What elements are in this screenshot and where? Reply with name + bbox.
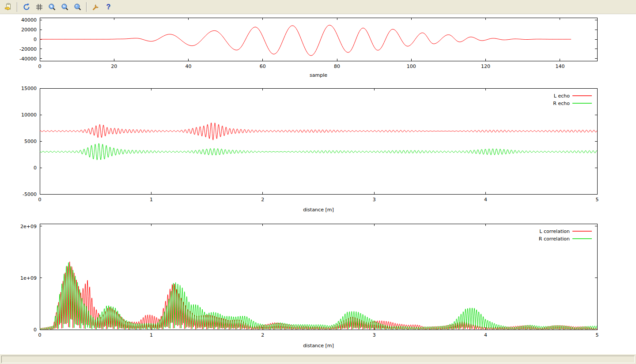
replot-button[interactable] — [20, 1, 32, 13]
gnuplot-window: ? 020406080100120140-40000-2000002000040… — [0, 0, 636, 364]
echo-chart[interactable]: 012345-5000050001000015000distance [m]L … — [0, 80, 636, 217]
svg-text:1e+09: 1e+09 — [20, 275, 37, 281]
svg-text:sample: sample — [310, 72, 327, 78]
svg-text:3: 3 — [373, 197, 376, 203]
svg-text:140: 140 — [555, 64, 564, 69]
svg-text:100: 100 — [407, 64, 416, 69]
unzoom-all-icon — [73, 3, 82, 11]
replot-icon — [22, 3, 31, 11]
svg-text:10000: 10000 — [21, 112, 37, 118]
svg-text:3: 3 — [373, 332, 376, 338]
zoom-button[interactable] — [46, 1, 58, 13]
zoom-previous-button[interactable] — [59, 1, 71, 13]
svg-text:1: 1 — [150, 332, 153, 338]
toolbar-separator — [17, 2, 18, 12]
waveform-chart[interactable]: 020406080100120140-40000-200000200004000… — [0, 14, 636, 80]
svg-text:-40000: -40000 — [19, 56, 37, 62]
status-field — [1, 356, 635, 363]
copy-to-clipboard-icon — [4, 3, 13, 11]
svg-text:4: 4 — [484, 197, 487, 203]
correlation-chart[interactable]: 01234501e+092e+09distance [m]L correlati… — [0, 217, 636, 354]
svg-text:R correlation: R correlation — [539, 236, 570, 242]
grid-icon — [35, 3, 44, 11]
settings-icon — [91, 3, 100, 11]
svg-text:40: 40 — [186, 64, 192, 69]
copy-to-clipboard-button[interactable] — [2, 1, 14, 13]
svg-text:0: 0 — [34, 165, 37, 171]
svg-text:80: 80 — [334, 64, 340, 69]
status-bar — [0, 354, 636, 364]
svg-text:distance [m]: distance [m] — [303, 343, 333, 349]
svg-text:distance [m]: distance [m] — [303, 207, 333, 213]
svg-text:40000: 40000 — [21, 17, 37, 23]
svg-text:L echo: L echo — [554, 93, 570, 99]
svg-text:R echo: R echo — [553, 101, 570, 106]
settings-button[interactable] — [90, 1, 102, 13]
svg-text:120: 120 — [481, 64, 490, 69]
toolbar: ? — [0, 0, 636, 14]
svg-text:0: 0 — [38, 332, 42, 338]
svg-text:1: 1 — [150, 197, 153, 203]
svg-text:5: 5 — [596, 197, 599, 203]
svg-text:4: 4 — [484, 332, 487, 338]
svg-text:60: 60 — [260, 64, 266, 69]
help-icon: ? — [106, 4, 111, 11]
svg-text:5: 5 — [596, 332, 599, 338]
toolbar-separator — [86, 2, 87, 12]
svg-text:2: 2 — [261, 332, 264, 338]
unzoom-all-button[interactable] — [72, 1, 83, 13]
svg-text:0: 0 — [34, 37, 37, 42]
svg-text:0: 0 — [38, 64, 42, 69]
svg-text:0: 0 — [34, 327, 37, 333]
help-button[interactable]: ? — [102, 1, 114, 13]
svg-text:L correlation: L correlation — [539, 229, 570, 234]
zoom-icon — [48, 3, 57, 11]
svg-text:-20000: -20000 — [19, 46, 37, 52]
svg-text:2: 2 — [261, 197, 264, 203]
grid-button[interactable] — [33, 1, 45, 13]
svg-text:0: 0 — [38, 197, 42, 203]
plot-area: 020406080100120140-40000-200000200004000… — [0, 14, 636, 354]
svg-text:15000: 15000 — [21, 86, 37, 91]
svg-text:5000: 5000 — [24, 139, 37, 144]
svg-text:20: 20 — [111, 64, 117, 69]
svg-text:-5000: -5000 — [23, 191, 37, 197]
svg-text:20000: 20000 — [21, 27, 37, 33]
zoom-previous-icon — [61, 3, 69, 11]
svg-text:2e+09: 2e+09 — [20, 224, 37, 229]
